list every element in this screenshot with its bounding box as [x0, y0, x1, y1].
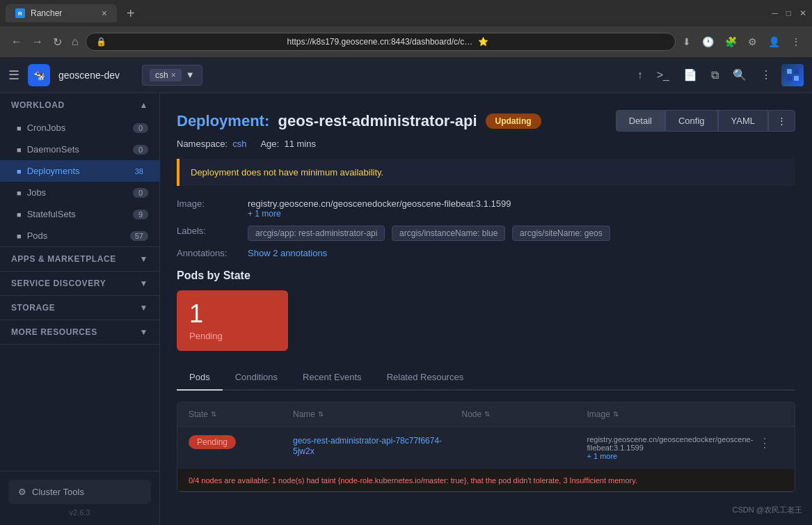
pods-table: State ⇅ Name ⇅ Node ⇅ Image ⇅	[177, 402, 795, 492]
service-discovery-section: Service Discovery ▼	[0, 272, 159, 296]
config-button[interactable]: Config	[665, 110, 718, 132]
pod-pending-card: 1 Pending	[177, 290, 288, 351]
error-text: 0/4 nodes are available: 1 node(s) had t…	[189, 476, 637, 485]
nav-refresh-button[interactable]: ↻	[50, 33, 65, 52]
browser-new-tab-button[interactable]: +	[122, 6, 139, 22]
namespace-meta-value: csh	[232, 139, 246, 149]
sidebar-item-statefulsets[interactable]: ■ StatefulSets 9	[0, 203, 159, 225]
tab-related-resources[interactable]: Related Resources	[374, 365, 477, 391]
workload-section: Workload ▲ ■ CronJobs 0 ■ DaemonSets 0	[0, 93, 159, 247]
sidebar-item-deployments[interactable]: ■ Deployments 38	[0, 160, 159, 182]
row-menu-button[interactable]: ⋮	[756, 435, 774, 450]
deployment-meta: Namespace: csh Age: 11 mins	[177, 139, 795, 149]
copy-button[interactable]: ⧉	[707, 65, 723, 86]
browser-user[interactable]: 👤	[765, 33, 783, 50]
browser-settings[interactable]: ⚙	[745, 33, 760, 50]
header-more-button[interactable]: ⋮	[768, 110, 795, 132]
browser-downloads[interactable]: ⬇	[680, 33, 694, 50]
nav-home-button[interactable]: ⌂	[69, 33, 81, 51]
col-image[interactable]: Image ⇅	[587, 409, 756, 419]
more-resources-header[interactable]: More Resources ▼	[0, 320, 159, 344]
app-topbar: ☰ 🐄 geoscene-dev csh × ▼ ↑ >_ 📄 ⧉ 🔍 ⋮	[0, 57, 812, 93]
col-node[interactable]: Node ⇅	[462, 409, 587, 419]
browser-tab-close[interactable]: ×	[102, 8, 107, 18]
pods-by-state-section: Pods by State 1 Pending	[177, 269, 795, 351]
browser-favicon: R	[15, 8, 25, 18]
sidebar-item-cronjobs[interactable]: ■ CronJobs 0	[0, 117, 159, 139]
header-actions: Detail Config YAML ⋮	[616, 110, 795, 132]
col-state-label: State	[189, 409, 208, 419]
nav-forward-button[interactable]: →	[29, 33, 46, 51]
tab-recent-events[interactable]: Recent Events	[290, 365, 374, 391]
yaml-button[interactable]: YAML	[718, 110, 768, 132]
cluster-tools-button[interactable]: ⚙ Cluster Tools	[8, 480, 151, 504]
window-close[interactable]: ✕	[799, 8, 806, 18]
cluster-tools-gear-icon: ⚙	[18, 487, 26, 497]
namespace-meta: Namespace: csh	[177, 139, 246, 149]
row-image-value: registry.geoscene.cn/geoscenedocker/geos…	[587, 435, 756, 452]
storage-header[interactable]: Storage ▼	[0, 296, 159, 320]
tab-pods[interactable]: Pods	[177, 365, 223, 391]
user-avatar[interactable]	[781, 64, 804, 86]
label-tag-2: arcgis/siteName: geos	[512, 226, 610, 241]
jobs-badge: 0	[133, 188, 148, 198]
topbar-actions: ↑ >_ 📄 ⧉ 🔍 ⋮	[633, 64, 804, 86]
nav-back-button[interactable]: ←	[8, 33, 25, 51]
label-tag-0: arcgis/app: rest-administrator-api	[248, 226, 385, 241]
workload-group-header[interactable]: Workload ▲	[0, 93, 159, 117]
window-maximize[interactable]: □	[786, 8, 791, 18]
annotations-link[interactable]: Show 2 annotations	[248, 248, 327, 258]
storage-label: Storage	[11, 303, 55, 313]
namespace-close-icon[interactable]: ×	[171, 70, 176, 80]
service-discovery-header[interactable]: Service Discovery ▼	[0, 272, 159, 295]
browser-history[interactable]: 🕐	[699, 33, 717, 50]
col-state[interactable]: State ⇅	[189, 409, 293, 419]
error-row: 0/4 nodes are available: 1 node(s) had t…	[177, 469, 795, 491]
table-row: Pending geos-rest-administrator-api-78c7…	[177, 427, 795, 492]
terminal-button[interactable]: >_	[653, 65, 674, 86]
avatar-pattern	[783, 65, 803, 85]
pod-name-link[interactable]: geos-rest-administrator-api-78c77f6674-5…	[293, 436, 442, 456]
apps-arrow-icon: ▼	[140, 254, 148, 264]
workload-arrow-icon: ▲	[140, 100, 148, 110]
detail-button[interactable]: Detail	[616, 110, 665, 132]
cronjobs-icon: ■	[17, 124, 22, 132]
app-layout: Workload ▲ ■ CronJobs 0 ■ DaemonSets 0	[0, 93, 812, 525]
sidebar-item-pods[interactable]: ■ Pods 57	[0, 225, 159, 246]
more-resources-section: More Resources ▼	[0, 320, 159, 345]
deployments-icon: ■	[17, 167, 22, 175]
image-more[interactable]: + 1 more	[248, 209, 511, 219]
col-name[interactable]: Name ⇅	[293, 409, 462, 419]
image-value: registry.geoscene.cn/geoscenedocker/geos…	[248, 198, 511, 209]
version-text: v2.6.3	[8, 504, 151, 517]
browser-extensions[interactable]: 🧩	[722, 33, 740, 50]
deployment-header: Deployment: geos-rest-administrator-api …	[177, 110, 795, 132]
file-button[interactable]: 📄	[679, 64, 701, 86]
annotations-row: Annotations: Show 2 annotations	[177, 248, 795, 258]
pod-pending-label: Pending	[189, 331, 276, 341]
browser-more-menu[interactable]: ⋮	[788, 33, 804, 50]
browser-tab[interactable]: R Rancher ×	[6, 4, 117, 22]
sidebar-footer: ⚙ Cluster Tools v2.6.3	[0, 471, 159, 525]
window-minimize[interactable]: ─	[772, 8, 778, 18]
apps-group-header[interactable]: Apps & Marketplace ▼	[0, 247, 159, 271]
sidebar-toggle-icon[interactable]: ☰	[8, 68, 19, 83]
namespace-selector[interactable]: csh × ▼	[142, 65, 202, 86]
table-header: State ⇅ Name ⇅ Node ⇅ Image ⇅	[177, 402, 795, 427]
avatar-dot-1	[787, 69, 792, 74]
address-bar[interactable]: 🔒 https://k8s179.geoscene.cn:8443/dashbo…	[86, 33, 676, 51]
row-image-more[interactable]: + 1 more	[587, 452, 756, 460]
watermark: CSDN @农民工老王	[733, 505, 802, 515]
tab-conditions[interactable]: Conditions	[223, 365, 290, 391]
browser-tab-title: Rancher	[31, 8, 62, 18]
pods-cards: 1 Pending	[177, 290, 795, 351]
annotations-label: Annotations:	[177, 248, 239, 258]
search-button[interactable]: 🔍	[729, 64, 751, 86]
cronjobs-badge: 0	[133, 123, 148, 133]
sidebar-item-daemonsets[interactable]: ■ DaemonSets 0	[0, 139, 159, 160]
sidebar-item-jobs[interactable]: ■ Jobs 0	[0, 182, 159, 203]
age-meta-label: Age:	[260, 139, 279, 149]
upload-button[interactable]: ↑	[633, 65, 647, 86]
more-menu-button[interactable]: ⋮	[756, 64, 776, 86]
age-meta: Age: 11 mins	[260, 139, 316, 149]
